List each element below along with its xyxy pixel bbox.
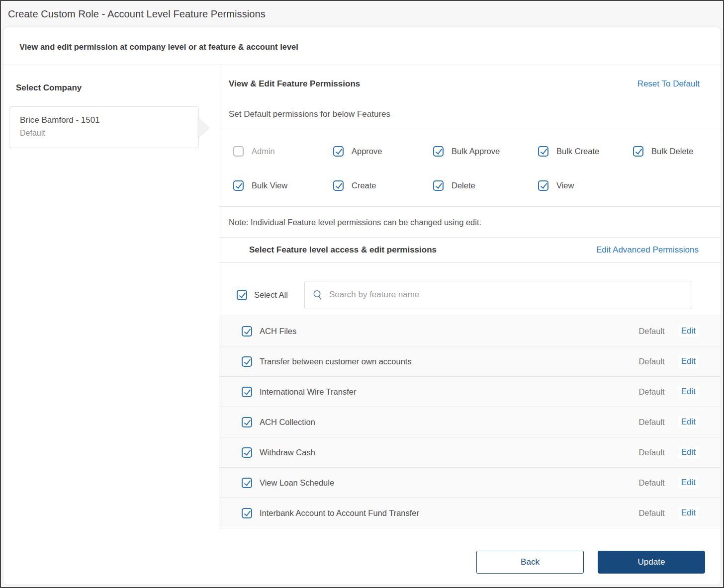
feature-checkbox[interactable]	[242, 508, 252, 518]
permission-item-bulk-delete: Bulk Delete	[633, 146, 721, 157]
panels: Select Company Brice Bamford - 1501 Defa…	[3, 65, 721, 533]
permission-item-delete: Delete	[433, 180, 538, 191]
permission-item-admin: Admin	[233, 146, 333, 157]
permission-label: Bulk Delete	[651, 147, 693, 156]
select-all: Select All	[237, 290, 288, 300]
feature-name: Withdraw Cash	[260, 448, 315, 457]
feature-status: Default	[638, 448, 664, 457]
create-checkbox[interactable]	[333, 180, 344, 191]
permission-label: Admin	[252, 147, 275, 156]
company-card[interactable]: Brice Bamford - 1501 Default	[9, 106, 199, 148]
main-card: View and edit permission at company leve…	[3, 27, 721, 585]
permission-label: Bulk Approve	[452, 147, 500, 156]
select-company-panel: Select Company Brice Bamford - 1501 Defa…	[3, 65, 219, 533]
reset-to-default-link[interactable]: Reset To Default	[637, 79, 700, 89]
feature-status: Default	[638, 508, 664, 518]
note-text: Note: Individual Feature level permissio…	[219, 207, 721, 238]
permission-item-approve: Approve	[333, 146, 433, 157]
admin-checkbox[interactable]	[233, 146, 244, 157]
feature-access-heading: Select Feature level access & edit permi…	[249, 245, 437, 255]
permission-item-bulk-view: Bulk View	[233, 180, 333, 191]
feature-name: Interbank Account to Account Fund Transf…	[260, 508, 419, 518]
set-default-label: Set Default permissions for below Featur…	[219, 89, 721, 130]
titlebar: Create Custom Role - Account Level Featu…	[1, 1, 723, 27]
select-company-heading: Select Company	[16, 83, 207, 93]
feature-checkbox[interactable]	[242, 326, 252, 336]
feature-status: Default	[638, 418, 664, 427]
feature-name: International Wire Transfer	[260, 387, 356, 397]
feature-checkbox[interactable]	[242, 417, 252, 427]
feature-permissions-panel: View & Edit Feature Permissions Reset To…	[219, 65, 721, 533]
permission-item-bulk-approve: Bulk Approve	[433, 146, 538, 157]
feature-checkbox[interactable]	[242, 447, 252, 458]
feature-status: Default	[638, 478, 664, 488]
feature-permissions-header: View & Edit Feature Permissions Reset To…	[219, 65, 721, 89]
feature-edit-link[interactable]: Edit	[678, 325, 699, 337]
permission-item-view: View	[538, 180, 633, 191]
feature-row-international-wire: International Wire Transfer Default Edit	[219, 376, 721, 407]
bulk-approve-checkbox[interactable]	[433, 146, 444, 157]
feature-status: Default	[638, 327, 664, 336]
bulk-view-checkbox[interactable]	[233, 180, 244, 191]
delete-checkbox[interactable]	[433, 180, 444, 191]
feature-name: ACH Collection	[260, 418, 315, 427]
permission-label: Create	[352, 181, 376, 190]
feature-checkbox[interactable]	[242, 478, 252, 488]
search-icon	[313, 290, 323, 300]
footer: Back Update	[3, 533, 721, 585]
feature-list: ACH Files Default Edit Transfer between …	[219, 316, 721, 528]
view-checkbox[interactable]	[538, 180, 548, 191]
select-all-label: Select All	[254, 290, 288, 300]
intro-subtitle: View and edit permission at company leve…	[19, 42, 705, 52]
feature-edit-link[interactable]: Edit	[678, 355, 699, 367]
feature-name: ACH Files	[260, 327, 296, 336]
permission-item-create: Create	[333, 180, 433, 191]
permission-label: Delete	[452, 181, 475, 190]
feature-row-interbank-transfer: Interbank Account to Account Fund Transf…	[219, 498, 721, 528]
approve-checkbox[interactable]	[333, 146, 344, 157]
permission-item-bulk-create: Bulk Create	[538, 146, 633, 157]
feature-checkbox[interactable]	[242, 356, 252, 367]
feature-permissions-heading: View & Edit Feature Permissions	[229, 79, 360, 89]
feature-row-ach-collection: ACH Collection Default Edit	[219, 407, 721, 437]
permission-label: Bulk View	[252, 181, 287, 190]
company-role: Default	[20, 129, 188, 138]
chevron-right-icon	[197, 117, 209, 138]
feature-row-ach-files: ACH Files Default Edit	[219, 316, 721, 346]
search-input[interactable]	[329, 290, 684, 300]
create-custom-role-window: Create Custom Role - Account Level Featu…	[0, 0, 724, 588]
feature-row-transfer-own-accounts: Transfer between customer own accounts D…	[219, 346, 721, 376]
feature-access-subheader: Select Feature level access & edit permi…	[219, 238, 721, 263]
feature-edit-link[interactable]: Edit	[678, 416, 699, 428]
select-all-checkbox[interactable]	[237, 290, 247, 300]
search-row: Select All	[219, 263, 721, 316]
feature-status: Default	[638, 387, 664, 397]
card-header: View and edit permission at company leve…	[3, 27, 721, 65]
feature-name: View Loan Schedule	[260, 478, 334, 488]
feature-edit-link[interactable]: Edit	[678, 386, 699, 398]
feature-row-view-loan-schedule: View Loan Schedule Default Edit	[219, 467, 721, 498]
company-name: Brice Bamford - 1501	[20, 115, 188, 125]
page-title: Create Custom Role - Account Level Featu…	[8, 8, 266, 20]
update-button[interactable]: Update	[598, 551, 705, 574]
search-box	[304, 281, 692, 309]
edit-advanced-permissions-link[interactable]: Edit Advanced Permissions	[596, 245, 699, 255]
bulk-delete-checkbox[interactable]	[633, 146, 643, 157]
feature-checkbox[interactable]	[242, 387, 252, 397]
permission-label: View	[556, 181, 574, 190]
permission-label: Bulk Create	[556, 147, 599, 156]
feature-name: Transfer between customer own accounts	[260, 357, 412, 366]
default-permissions-grid: Admin Approve Bulk Approve Bulk Cre	[233, 146, 721, 191]
feature-edit-link[interactable]: Edit	[678, 477, 699, 489]
feature-status: Default	[638, 357, 664, 366]
feature-edit-link[interactable]: Edit	[678, 446, 699, 458]
bulk-create-checkbox[interactable]	[538, 146, 548, 157]
feature-row-withdraw-cash: Withdraw Cash Default Edit	[219, 437, 721, 467]
default-permissions-box: Admin Approve Bulk Approve Bulk Cre	[219, 130, 721, 207]
feature-edit-link[interactable]: Edit	[678, 507, 699, 519]
back-button[interactable]: Back	[476, 551, 584, 574]
permission-label: Approve	[352, 147, 382, 156]
